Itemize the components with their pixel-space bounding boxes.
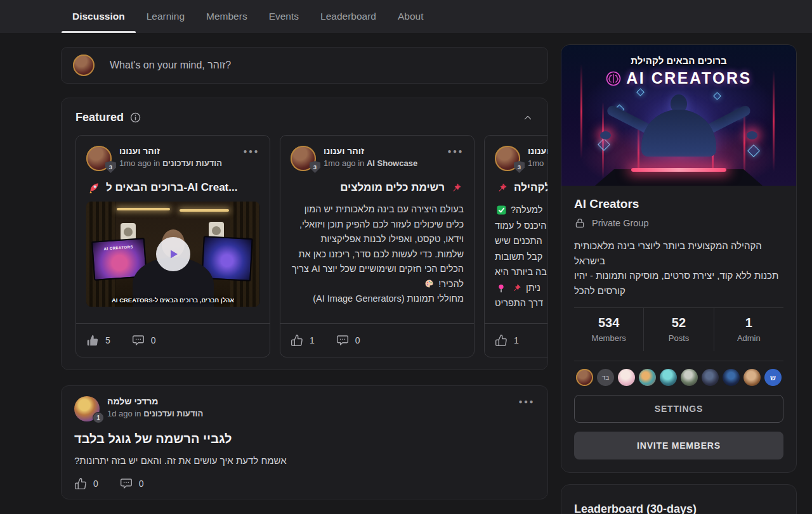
stat-admins[interactable]: 1 Admin: [714, 308, 783, 351]
post-composer[interactable]: What's on your mind, זוהר?: [61, 47, 548, 84]
featured-section: Featured 3 זוהר: [61, 98, 548, 370]
comment-count: 0: [355, 335, 360, 345]
current-user-avatar: [73, 55, 95, 76]
lock-icon: [574, 217, 586, 229]
play-button[interactable]: [156, 237, 190, 271]
comment-button[interactable]: [132, 334, 145, 347]
post-title: ברוכים הבאים לקהילה: [495, 181, 548, 194]
member-avatar[interactable]: [702, 369, 719, 386]
like-button[interactable]: [86, 334, 99, 347]
tab-about[interactable]: About: [387, 0, 435, 33]
tab-learning[interactable]: Learning: [136, 0, 195, 33]
chevron-up-icon[interactable]: [522, 112, 534, 124]
community-page: Discussion Learning Members Events Leade…: [0, 0, 812, 514]
post-title: לגביי הרשמה של גוגל בלבד: [74, 432, 535, 446]
like-count: 5: [105, 335, 110, 345]
more-options-button[interactable]: ●●●: [447, 146, 464, 155]
featured-cards-row: 3 זוהר וענונו 1mo ago in הודעות ועדכונים…: [75, 135, 548, 357]
post-body: אשמח לדעת איך עושים את זה. והאם יש בזה י…: [74, 455, 535, 466]
post-title: ברוכים הבאים ל-AI Creat...: [86, 181, 259, 194]
member-avatar[interactable]: [639, 369, 656, 386]
pushpin-icon: [497, 183, 508, 193]
stat-members[interactable]: 534 Members: [574, 308, 643, 351]
group-description: הקהילה המקצועית ביותר ליוצרי בינה מלאכות…: [574, 238, 783, 298]
level-badge: 3: [310, 161, 320, 173]
space-name: הודעות ועדכונים: [143, 409, 203, 418]
rocket-icon: [88, 182, 100, 193]
author-avatar[interactable]: 3: [86, 146, 112, 171]
palette-icon: [424, 279, 434, 288]
featured-post-tools[interactable]: 3 זוהר וענונו 1mo ago in AI Showcase ●●●…: [280, 135, 475, 357]
like-button[interactable]: [495, 334, 508, 347]
info-icon[interactable]: [130, 112, 141, 123]
tab-members[interactable]: Members: [195, 0, 258, 33]
group-name: AI Creators: [574, 197, 783, 211]
featured-post-community[interactable]: 3 זוהר וענונו 1mo ברוכים הבאים לקהילה למ…: [484, 135, 548, 357]
tab-events[interactable]: Events: [258, 0, 310, 33]
member-avatar[interactable]: [576, 369, 593, 386]
like-button[interactable]: [291, 334, 303, 347]
tab-leaderboard[interactable]: Leaderboard: [310, 0, 387, 33]
like-button[interactable]: [74, 477, 87, 490]
brain-logo-icon: [606, 71, 621, 86]
member-avatar[interactable]: [618, 369, 635, 386]
author-name: מרדכי שלמה: [107, 396, 203, 406]
feed-post[interactable]: 1 מרדכי שלמה 1d ago in הודעות ועדכונים ●…: [61, 385, 548, 499]
member-avatar[interactable]: ש: [764, 369, 782, 386]
video-thumbnail[interactable]: AI CREATORS אהלן חברים, ברוכים הבאים ל-A…: [86, 202, 259, 307]
group-stats: 534 Members 52 Posts 1 Admin: [574, 308, 783, 351]
author-avatar[interactable]: 3: [291, 146, 316, 171]
member-avatar[interactable]: [681, 369, 698, 386]
member-avatar[interactable]: [743, 369, 761, 386]
composer-placeholder: What's on your mind, זוהר?: [110, 60, 231, 71]
author-name: זוהר וענונו: [528, 146, 548, 156]
comment-button[interactable]: [120, 477, 133, 490]
like-count: 1: [514, 335, 519, 345]
video-caption: אהלן חברים, ברוכים הבאים ל-AI CREATORS: [86, 297, 259, 304]
invite-members-button[interactable]: INVITE MEMBERS: [574, 432, 783, 459]
level-badge: 3: [105, 161, 116, 173]
post-meta: 1mo ago in AI Showcase: [324, 158, 417, 168]
more-options-button[interactable]: ●●●: [518, 396, 535, 405]
pushpin-icon: [451, 183, 462, 193]
author-avatar[interactable]: 3: [495, 146, 520, 171]
round-pin-icon: [497, 284, 506, 293]
pushpin-icon: [512, 283, 521, 293]
group-sidebar: ברוכים הבאים לקהילת AI CREATORS AI Creat…: [561, 44, 797, 514]
stat-posts[interactable]: 52 Posts: [643, 308, 713, 351]
like-count: 0: [93, 479, 98, 489]
feed-column: What's on your mind, זוהר? Featured: [61, 47, 548, 499]
cover-figure: [596, 94, 761, 170]
comment-count: 0: [151, 335, 156, 345]
member-avatar[interactable]: [723, 369, 740, 386]
comment-count: 0: [139, 479, 144, 489]
author-name: זוהר וענונו: [119, 146, 222, 156]
level-badge: 1: [93, 412, 104, 423]
leaderboard-title: Leaderboard (30-days): [574, 503, 783, 514]
featured-title: Featured: [75, 111, 124, 124]
member-avatars-row: בד ש: [574, 361, 783, 394]
post-title: רשימת כלים מומלצים: [291, 181, 464, 194]
post-meta: 1mo: [528, 158, 548, 168]
group-card: ברוכים הבאים לקהילת AI CREATORS AI Creat…: [561, 44, 797, 473]
tab-discussion[interactable]: Discussion: [62, 0, 136, 33]
post-meta: 1mo ago in הודעות ועדכונים: [119, 158, 222, 168]
author-name: זוהר וענונו: [324, 146, 417, 156]
more-options-button[interactable]: ●●●: [243, 146, 259, 155]
post-body: בעולם היצירה עם בינה מלאכותית יש המון כל…: [291, 202, 464, 307]
post-body: למעלה? היכנס ל עמוד התכנים שיש קבל תשובו…: [495, 202, 548, 311]
group-privacy: Private Group: [592, 218, 648, 228]
featured-post-welcome[interactable]: 3 זוהר וענונו 1mo ago in הודעות ועדכונים…: [75, 135, 270, 357]
author-avatar[interactable]: 1: [74, 396, 100, 421]
member-avatar[interactable]: [660, 369, 677, 386]
comment-button[interactable]: [336, 334, 349, 347]
member-avatar[interactable]: בד: [597, 369, 614, 386]
level-badge: 3: [514, 161, 525, 173]
like-count: 1: [310, 335, 315, 345]
community-nav: Discussion Learning Members Events Leade…: [0, 0, 812, 33]
cover-brand-text: AI CREATORS: [626, 69, 751, 87]
space-name: הודעות ועדכונים: [162, 158, 222, 168]
cover-welcome-text: ברוכים הבאים לקהילת: [561, 55, 796, 66]
leaderboard-card: Leaderboard (30-days): [561, 484, 797, 514]
settings-button[interactable]: SETTINGS: [574, 395, 783, 423]
